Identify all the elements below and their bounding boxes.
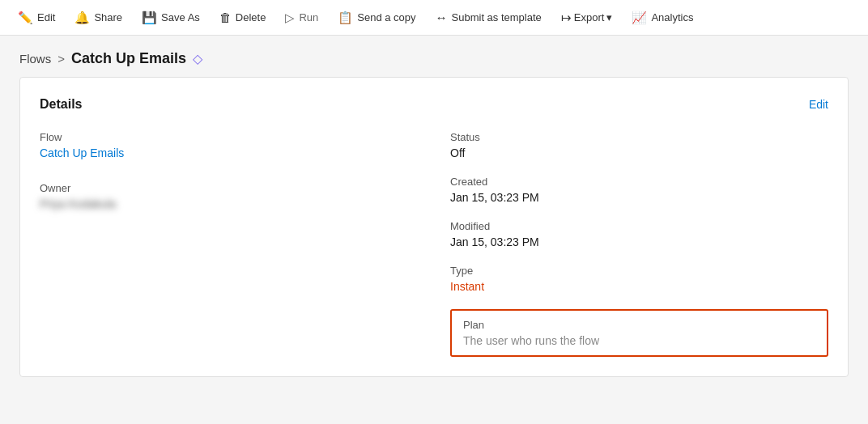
details-grid: Flow Catch Up Emails Owner Priya Kodakul… xyxy=(40,131,828,357)
send-copy-icon: 📋 xyxy=(338,11,353,25)
run-icon: ▷ xyxy=(285,11,295,25)
status-group: Status Off xyxy=(450,131,828,159)
toolbar: ✏️ Edit 🔔 Share 💾 Save As 🗑 Delete ▷ Run… xyxy=(0,0,868,36)
share-icon: 🔔 xyxy=(74,11,90,25)
breadcrumb-separator: > xyxy=(57,52,65,66)
owner-group: Owner Priya Kodakula xyxy=(40,182,418,210)
plan-label: Plan xyxy=(463,319,815,331)
plan-value: The user who runs the flow xyxy=(463,334,815,347)
analytics-icon: 📈 xyxy=(632,11,647,25)
type-value: Instant xyxy=(450,280,828,293)
delete-button[interactable]: 🗑 Delete xyxy=(211,6,274,29)
modified-label: Modified xyxy=(450,220,828,232)
diamond-icon: ◇ xyxy=(193,51,202,66)
flow-label: Flow xyxy=(40,131,418,143)
run-label: Run xyxy=(299,11,318,23)
share-label: Share xyxy=(94,11,122,23)
details-header: Details Edit xyxy=(40,97,828,112)
owner-value: Priya Kodakula xyxy=(40,197,418,210)
analytics-label: Analytics xyxy=(651,11,693,23)
analytics-button[interactable]: 📈 Analytics xyxy=(623,6,701,30)
edit-icon: ✏️ xyxy=(18,11,33,25)
breadcrumb-current: Catch Up Emails xyxy=(71,50,186,67)
created-group: Created Jan 15, 03:23 PM xyxy=(450,176,828,204)
edit-label: Edit xyxy=(37,11,55,23)
flow-group: Flow Catch Up Emails xyxy=(40,131,418,159)
run-button[interactable]: ▷ Run xyxy=(277,6,326,30)
send-copy-label: Send a copy xyxy=(357,11,415,23)
save-as-icon: 💾 xyxy=(142,11,157,25)
details-edit-link[interactable]: Edit xyxy=(809,98,828,111)
main-content: Details Edit Flow Catch Up Emails Owner … xyxy=(0,77,868,396)
submit-template-label: Submit as template xyxy=(452,11,542,23)
modified-group: Modified Jan 15, 03:23 PM xyxy=(450,220,828,248)
type-label: Type xyxy=(450,265,828,277)
save-as-button[interactable]: 💾 Save As xyxy=(134,6,208,30)
submit-template-button[interactable]: ↔ Submit as template xyxy=(428,6,550,29)
export-chevron-icon: ▾ xyxy=(606,11,612,23)
status-value: Off xyxy=(450,146,828,159)
created-label: Created xyxy=(450,176,828,188)
submit-template-icon: ↔ xyxy=(436,11,448,24)
save-as-label: Save As xyxy=(161,11,200,23)
plan-group: Plan The user who runs the flow xyxy=(450,309,828,357)
send-copy-button[interactable]: 📋 Send a copy xyxy=(330,6,423,30)
export-button[interactable]: ↦ Export ▾ xyxy=(553,6,621,30)
edit-button[interactable]: ✏️ Edit xyxy=(10,6,63,30)
breadcrumb: Flows > Catch Up Emails ◇ xyxy=(0,36,868,77)
share-button[interactable]: 🔔 Share xyxy=(66,6,130,30)
flow-value[interactable]: Catch Up Emails xyxy=(40,146,418,159)
delete-icon: 🗑 xyxy=(219,11,232,24)
type-group: Type Instant xyxy=(450,265,828,293)
created-value: Jan 15, 03:23 PM xyxy=(450,191,828,204)
details-card: Details Edit Flow Catch Up Emails Owner … xyxy=(19,77,849,377)
details-title: Details xyxy=(40,97,82,112)
modified-value: Jan 15, 03:23 PM xyxy=(450,235,828,248)
delete-label: Delete xyxy=(236,11,266,23)
breadcrumb-flows-link[interactable]: Flows xyxy=(19,52,51,66)
export-label: Export xyxy=(574,11,605,23)
owner-label: Owner xyxy=(40,182,418,194)
status-label: Status xyxy=(450,131,828,143)
export-icon: ↦ xyxy=(561,11,572,25)
